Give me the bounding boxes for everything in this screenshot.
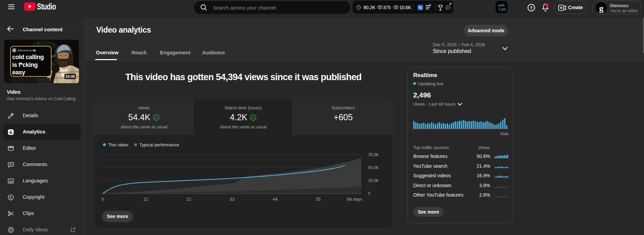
svg-text:?: ? [530,5,533,11]
svg-text:66 days: 66 days [347,197,362,202]
svg-text:33: 33 [229,197,234,202]
svg-text:LAY: LAY [499,7,507,12]
svg-text:IQ: IQ [9,229,12,232]
svg-text:11: 11 [143,197,148,202]
svg-text:50.0K: 50.0K [368,165,379,170]
svg-text:easy: easy [12,69,25,76]
svg-text:is f*cking: is f*cking [12,61,38,68]
svg-text:22: 22 [186,197,191,202]
svg-text:25.0K: 25.0K [368,178,379,183]
svg-text:0: 0 [101,197,104,202]
svg-text:0: 0 [368,191,370,196]
svg-text:44: 44 [273,197,277,202]
svg-text:75.0K: 75.0K [368,152,379,157]
svg-text:cold calling: cold calling [12,54,44,60]
svg-text:10:45: 10:45 [65,74,75,78]
svg-text:@AlexHormozi: @AlexHormozi [18,49,34,52]
svg-text:55: 55 [316,197,321,202]
